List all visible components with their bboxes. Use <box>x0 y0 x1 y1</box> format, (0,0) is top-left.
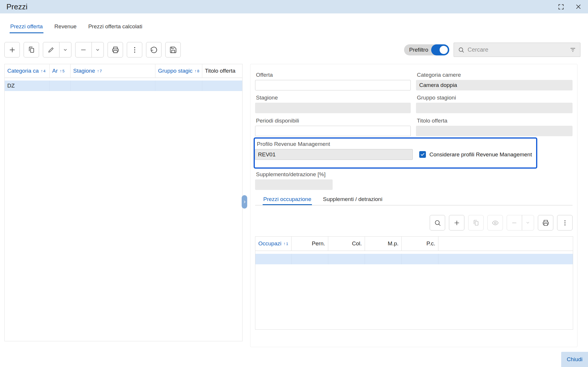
main-tab-bar: Prezzi offerta Revenue Prezzi offerta ca… <box>0 13 588 33</box>
column-label: Pern. <box>312 240 325 247</box>
sort-asc-icon: ↑ <box>283 242 285 246</box>
titolo-offerta-input <box>416 126 573 136</box>
cell-pern <box>292 254 328 264</box>
column-header-col[interactable]: Col. <box>328 237 365 251</box>
maximize-button[interactable] <box>558 4 564 10</box>
revenue-profile-highlight-box: Profilo Revenue Management Considerare p… <box>254 137 537 169</box>
tab-prezzi-offerta[interactable]: Prezzi offerta <box>10 23 43 33</box>
periodi-input[interactable] <box>255 126 411 136</box>
minus-icon <box>511 220 517 226</box>
detail-more-options-button[interactable] <box>557 215 573 230</box>
column-label: Categoria ca <box>7 68 39 74</box>
stagione-label: Stagione <box>256 95 411 101</box>
column-label: Occupazi <box>258 240 281 247</box>
pencil-icon <box>48 46 55 53</box>
chevron-down-icon <box>63 48 68 52</box>
column-header-empty <box>438 237 573 251</box>
column-label: Stagione <box>73 68 95 74</box>
offers-table-header: Categoria ca ↑4 Ar ↑5 Stagione ↑7 Gruppo… <box>5 64 242 78</box>
cell-gruppo <box>155 81 202 91</box>
tab-revenue[interactable]: Revenue <box>54 23 77 33</box>
profilo-revenue-input[interactable] <box>255 149 413 160</box>
detail-search-button[interactable] <box>430 215 445 230</box>
form-row-1: Offerta Categoria camere <box>255 72 573 90</box>
periodi-label: Periodi disponibili <box>256 118 411 124</box>
save-button[interactable] <box>165 42 181 57</box>
cell-occupazione <box>255 254 292 264</box>
column-header-occupazione[interactable]: Occupazi ↑1 <box>255 237 292 251</box>
column-header-pc[interactable]: P.c. <box>402 237 438 251</box>
tab-supplementi-detrazioni[interactable]: Supplementi / detrazioni <box>322 196 383 205</box>
chevron-down-icon <box>526 221 530 225</box>
table-row[interactable]: DZ <box>5 81 242 91</box>
close-dialog-button[interactable]: Chiudi <box>561 352 588 367</box>
categoria-camere-label: Categoria camere <box>417 72 573 78</box>
sort-indicator: ↑7 <box>97 69 102 73</box>
edit-button[interactable] <box>43 42 59 57</box>
sort-indicator: ↑5 <box>60 69 64 73</box>
search-box <box>454 43 580 57</box>
tab-prezzi-occupazione[interactable]: Prezzi occupazione <box>263 196 312 205</box>
column-header-gruppo-stagioni[interactable]: Gruppo stagic ↑8 <box>155 64 202 78</box>
undo-button[interactable] <box>146 42 162 57</box>
column-label: Titolo offerta <box>205 68 236 74</box>
search-input[interactable] <box>468 46 566 53</box>
column-header-ar[interactable]: Ar ↑5 <box>50 64 71 78</box>
plus-icon <box>8 46 16 54</box>
detail-print-button[interactable] <box>538 215 553 230</box>
titolo-offerta-label: Titolo offerta <box>417 118 573 124</box>
column-header-categoria[interactable]: Categoria ca ↑4 <box>5 64 50 78</box>
print-button[interactable] <box>108 42 123 57</box>
column-header-pern[interactable]: Pern. <box>292 237 328 251</box>
cell-empty <box>438 254 573 264</box>
sort-indicator: ↑8 <box>194 69 199 73</box>
supplemento-input <box>255 179 333 190</box>
offerta-input[interactable] <box>255 80 411 90</box>
gruppo-stagioni-input <box>416 103 573 113</box>
delete-dropdown-button[interactable] <box>92 42 103 57</box>
delete-split-button <box>75 42 104 57</box>
close-icon <box>575 4 582 10</box>
cell-pc <box>402 254 438 264</box>
form-row-2: Stagione Gruppo stagioni <box>255 95 573 113</box>
collapse-panel-button[interactable] <box>242 195 247 209</box>
copy-icon <box>28 46 35 54</box>
edit-dropdown-button[interactable] <box>59 42 71 57</box>
column-header-mp[interactable]: M.p. <box>365 237 402 251</box>
categoria-camere-input <box>416 80 573 90</box>
column-header-titolo-offerta[interactable]: Titolo offerta <box>202 64 242 78</box>
ellipsis-vertical-icon <box>561 219 568 226</box>
detail-add-button[interactable] <box>449 215 464 230</box>
ellipsis-vertical-icon <box>131 46 138 54</box>
field-supplemento: Supplemento/detrazione [%] <box>255 171 573 190</box>
detail-copy-button <box>468 215 484 230</box>
delete-button[interactable] <box>76 42 92 57</box>
copy-button[interactable] <box>24 42 39 57</box>
edit-split-button <box>43 42 71 57</box>
sort-asc-icon: ↑ <box>60 69 62 73</box>
prefilter-toggle[interactable] <box>431 44 449 55</box>
considerare-checkbox[interactable] <box>419 151 426 158</box>
field-titolo-offerta: Titolo offerta <box>416 118 573 136</box>
supplemento-label: Supplemento/detrazione [%] <box>256 171 573 178</box>
sort-indicator: ↑4 <box>41 69 45 73</box>
more-options-button[interactable] <box>127 42 142 57</box>
field-offerta: Offerta <box>255 72 411 90</box>
field-stagione: Stagione <box>255 95 411 113</box>
table-row[interactable] <box>255 254 573 264</box>
column-header-stagione[interactable]: Stagione ↑7 <box>71 64 155 78</box>
check-icon <box>420 152 425 157</box>
search-icon <box>458 47 464 53</box>
filter-button[interactable] <box>570 47 576 53</box>
cell-mp <box>365 254 402 264</box>
cell-stagione <box>71 81 155 91</box>
profilo-revenue-row: Considerare profili Revenue Management <box>255 149 536 160</box>
sort-asc-icon: ↑ <box>97 69 99 73</box>
tab-prezzi-offerta-calcolati[interactable]: Prezzi offerta calcolati <box>88 23 143 33</box>
undo-icon <box>150 46 158 54</box>
minus-icon <box>80 46 87 53</box>
add-button[interactable] <box>4 42 20 57</box>
offerta-label: Offerta <box>256 72 411 78</box>
close-button[interactable] <box>575 4 582 10</box>
toolbar-left-group <box>4 42 181 57</box>
